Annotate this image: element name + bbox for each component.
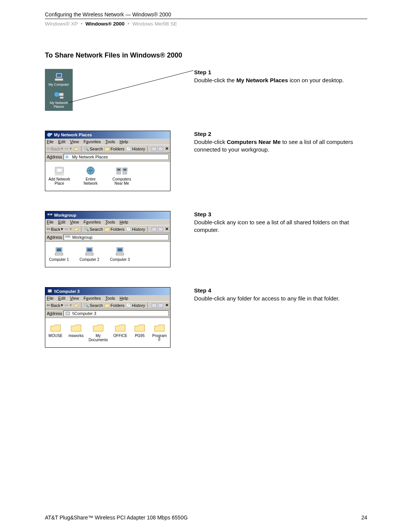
search-button[interactable]: 🔍 Search	[84, 303, 103, 308]
menu-file[interactable]: File	[47, 220, 54, 224]
svg-rect-2	[55, 78, 63, 81]
svg-rect-38	[158, 304, 163, 307]
window-title: My Network Places	[54, 133, 92, 137]
folders-button[interactable]: Folders	[104, 227, 124, 232]
folder-mouse[interactable]: MOUSE	[48, 322, 64, 342]
address-field[interactable]: Workgroup	[64, 234, 169, 240]
back-button[interactable]: ⇦ Back ▾	[47, 303, 63, 308]
entire-network-icon[interactable]: Entire Network	[79, 166, 102, 185]
address-field[interactable]: \\Computer 3	[64, 310, 169, 316]
callout-line	[69, 97, 195, 128]
menu-tools[interactable]: Tools	[105, 220, 115, 224]
svg-rect-36	[48, 289, 52, 292]
menu-help[interactable]: Help	[119, 139, 128, 144]
step1-text: Double-click the My Network Places icon …	[194, 77, 367, 84]
step4-text: Double-click any folder for access to an…	[194, 295, 367, 302]
search-button[interactable]: 🔍 Search	[84, 146, 103, 151]
folders-button[interactable]: Folders	[104, 303, 124, 308]
svg-rect-19	[117, 173, 121, 174]
svg-rect-34	[118, 248, 122, 251]
up-button[interactable]	[73, 147, 79, 151]
menu-view[interactable]: View	[70, 139, 79, 144]
svg-rect-26	[68, 236, 70, 237]
move-to-icon[interactable]	[151, 147, 157, 151]
nav-w2k: Windows® 2000	[86, 21, 125, 27]
my-computer-icon	[53, 73, 65, 82]
folder-my-documents[interactable]: My Documents	[89, 322, 108, 342]
back-button[interactable]: ⇦ Back ▾	[47, 146, 63, 151]
svg-rect-4	[59, 93, 64, 96]
svg-rect-18	[123, 169, 126, 171]
svg-rect-31	[87, 248, 92, 251]
desktop-screenshot: My Computer My Network Places	[45, 69, 73, 111]
step2-heading: Step 2	[194, 131, 367, 137]
svg-rect-13	[57, 168, 62, 172]
folder-msworks[interactable]: msworks	[68, 322, 84, 342]
menu-edit[interactable]: Edit	[58, 220, 65, 224]
svg-rect-10	[158, 147, 163, 151]
menubar: File Edit View Favorites Tools Help	[45, 219, 170, 225]
forward-button[interactable]: ⇨ ▾	[65, 303, 72, 308]
computer1-icon[interactable]: Computer 1	[48, 246, 70, 262]
computer3-icon[interactable]: Computer 3	[108, 246, 131, 262]
page-header-nav: Windows® XP • Windows® 2000 • Windows Me…	[45, 21, 367, 27]
svg-rect-21	[48, 214, 49, 215]
computers-near-me-icon[interactable]: Computers Near Me	[110, 166, 134, 185]
footer-page-number: 24	[361, 514, 367, 521]
history-button[interactable]: 🕑 History	[126, 303, 145, 308]
toolbar: ⇦ Back ▾ ⇨ ▾ 🔍 Search Folders 🕑 History	[45, 145, 170, 153]
up-button[interactable]	[73, 303, 79, 308]
step3-heading: Step 3	[194, 211, 367, 217]
svg-rect-32	[86, 253, 93, 255]
folders-button[interactable]: Folders	[104, 147, 124, 151]
folder-office[interactable]: OFFICE	[112, 322, 128, 342]
folder-pg95[interactable]: PG95	[133, 322, 147, 342]
copy-to-icon[interactable]	[158, 227, 163, 232]
folder-program-files[interactable]: Program F	[151, 322, 168, 342]
add-network-place-icon[interactable]: Add Network Place	[48, 166, 71, 185]
history-button[interactable]: 🕑 History	[126, 146, 145, 151]
step3-text: Double-click any icon to see a list of a…	[194, 219, 367, 234]
move-to-icon[interactable]	[151, 227, 157, 232]
copy-to-icon[interactable]	[158, 147, 163, 151]
svg-rect-23	[152, 227, 156, 231]
svg-rect-37	[152, 304, 156, 307]
search-button[interactable]: 🔍 Search	[84, 227, 103, 232]
menu-view[interactable]: View	[70, 296, 79, 300]
delete-icon[interactable]: ✕	[165, 303, 169, 308]
svg-rect-8	[50, 133, 52, 135]
menu-edit[interactable]: Edit	[58, 139, 65, 144]
nav-xp: Windows® XP	[45, 21, 78, 27]
svg-rect-9	[152, 147, 156, 151]
menu-edit[interactable]: Edit	[58, 296, 65, 300]
move-to-icon[interactable]	[151, 303, 157, 308]
menu-tools[interactable]: Tools	[105, 296, 115, 300]
menu-file[interactable]: File	[47, 139, 54, 144]
menu-favorites[interactable]: Favorites	[83, 220, 100, 224]
menu-file[interactable]: File	[47, 296, 54, 300]
menu-favorites[interactable]: Favorites	[83, 296, 100, 300]
menu-help[interactable]: Help	[119, 220, 128, 224]
svg-rect-29	[55, 253, 63, 255]
menu-favorites[interactable]: Favorites	[83, 139, 100, 144]
up-button[interactable]	[73, 227, 79, 232]
window-my-network-places: My Network Places File Edit View Favorit…	[45, 131, 170, 191]
menubar: File Edit View Favorites Tools Help	[45, 139, 170, 145]
menu-help[interactable]: Help	[119, 296, 128, 300]
delete-icon[interactable]: ✕	[165, 146, 169, 151]
address-label: Address	[47, 311, 62, 316]
menu-view[interactable]: View	[70, 220, 79, 224]
address-field[interactable]: My Network Places	[64, 154, 169, 160]
toolbar: ⇦ Back ▾ ⇨ ▾ 🔍 Search Folders 🕑 History …	[45, 225, 170, 233]
delete-icon[interactable]: ✕	[165, 227, 169, 232]
window-title: \\Computer 3	[54, 289, 80, 294]
computer2-icon[interactable]: Computer 2	[78, 246, 101, 262]
copy-to-icon[interactable]	[158, 303, 163, 308]
back-button[interactable]: ⇦ Back ▾	[47, 227, 63, 232]
menu-tools[interactable]: Tools	[105, 139, 115, 144]
svg-line-6	[69, 70, 193, 102]
forward-button[interactable]: ⇨ ▾	[65, 227, 72, 232]
page-header-title: Configuring the Wireless Network — Windo…	[45, 11, 367, 19]
forward-button[interactable]: ⇨ ▾	[65, 146, 72, 151]
history-button[interactable]: 🕑 History	[126, 227, 145, 232]
